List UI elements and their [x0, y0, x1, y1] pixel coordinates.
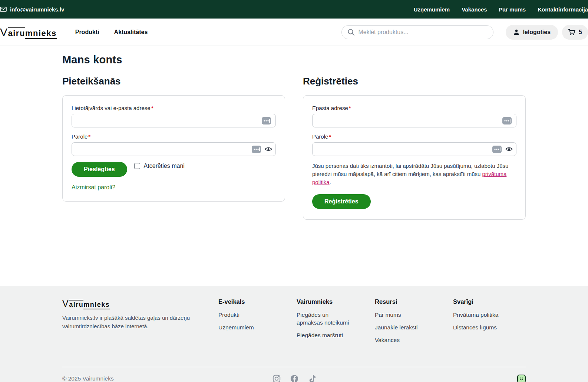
search-bar — [341, 25, 493, 39]
footer-link-privatuma-politika[interactable]: Privātuma politika — [453, 311, 515, 319]
logo-part-under: mnieks — [83, 301, 110, 309]
show-password-icon[interactable] — [265, 146, 272, 153]
remember-me-label: Atcerēties mani — [144, 163, 185, 169]
footer-col-title: Vairumnieks — [297, 298, 364, 305]
username-input[interactable] — [72, 114, 276, 127]
login-submit-button[interactable]: Pieslēgties — [72, 162, 127, 177]
login-heading: Pieteikšanās — [62, 76, 285, 87]
username-label: Lietotājvārds vai e-pasta adrese* — [72, 105, 276, 111]
login-card: Lietotājvārds vai e-pasta adrese* Parole… — [62, 95, 285, 202]
footer-link-produkti[interactable]: Produkti — [218, 311, 285, 319]
footer-col-title: Resursi — [375, 298, 442, 305]
user-icon — [513, 29, 520, 36]
autofill-icon[interactable] — [492, 146, 502, 153]
autofill-icon[interactable] — [252, 146, 261, 153]
site-header: Vairumnieks Produkti Aktualitātes Ielogo… — [0, 19, 588, 46]
register-card: Epasta adrese* Parole* — [303, 95, 526, 220]
required-asterisk: * — [329, 133, 331, 140]
remember-me-checkbox[interactable] — [134, 163, 140, 169]
site-footer: Vairumnieks Vairumnieks.lv ir plašākā sa… — [0, 286, 588, 382]
chat-widget-smiley-icon[interactable] — [517, 375, 526, 382]
footer-link-par-mums[interactable]: Par mums — [375, 311, 442, 319]
footer-description: Vairumnieks.lv ir plašākā saldētas gaļas… — [62, 314, 196, 330]
register-password-label: Parole* — [312, 133, 516, 140]
footer-brand: Vairumnieks Vairumnieks.lv ir plašākā sa… — [62, 298, 218, 349]
envelope-icon — [0, 7, 7, 12]
main-content: Mans konts Pieteikšanās Lietotājvārds va… — [0, 46, 588, 286]
autofill-icon[interactable] — [262, 117, 271, 124]
footer-logo[interactable]: Vairumnieks — [62, 298, 110, 309]
instagram-icon[interactable] — [272, 375, 281, 382]
footer-col-vairumnieks: Vairumnieks Piegādes un apmaksas noteiku… — [297, 298, 375, 349]
autofill-icon[interactable] — [502, 117, 512, 124]
show-password-icon[interactable] — [505, 146, 513, 153]
site-logo[interactable]: Vairumnieks — [0, 26, 57, 39]
logo-part-over: airu — [8, 27, 25, 38]
topbar-nav: Uzņēmumiem Vakances Par mums Kontaktinfo… — [414, 6, 588, 13]
footer-link-uznemumiem[interactable]: Uzņēmumiem — [218, 324, 285, 332]
nav-aktualitates[interactable]: Aktualitātes — [114, 29, 148, 36]
footer-link-distances-ligums[interactable]: Distances līgums — [453, 324, 515, 332]
topbar-link-vakances[interactable]: Vakances — [462, 6, 487, 13]
footer-col-resursi: Resursi Par mums Jaunākie ieraksti Vakan… — [375, 298, 453, 349]
register-section: Reģistrēties Epasta adrese* Parole* — [303, 76, 526, 220]
logo-letter-v: V — [0, 26, 8, 38]
contact-email[interactable]: info@vairumnieks.lv — [0, 6, 64, 13]
cart-button[interactable]: 5 — [562, 25, 588, 40]
tiktok-icon[interactable] — [308, 375, 316, 382]
topbar-link-uznemumiem[interactable]: Uzņēmumiem — [414, 6, 450, 13]
facebook-icon[interactable] — [290, 375, 298, 382]
logo-part-over: airu — [69, 300, 83, 308]
cart-icon — [568, 29, 576, 36]
required-asterisk: * — [88, 133, 90, 140]
required-asterisk: * — [349, 105, 351, 111]
search-input[interactable] — [341, 25, 493, 39]
footer-col-eveikals: E-veikals Produkti Uzņēmumiem — [218, 298, 297, 349]
password-input[interactable] — [72, 142, 276, 156]
footer-link-jaunakie-ieraksti[interactable]: Jaunākie ieraksti — [375, 324, 442, 332]
social-links — [272, 375, 316, 382]
footer-link-vakances[interactable]: Vakances — [375, 336, 442, 344]
logo-part-under: mnieks — [25, 29, 57, 39]
privacy-notice: Jūsu personas dati tiks izmantoti, lai a… — [312, 162, 516, 186]
topbar-link-par-mums[interactable]: Par mums — [499, 6, 526, 13]
register-email-input[interactable] — [312, 114, 516, 127]
footer-col-title: Svarīgi — [453, 298, 515, 305]
nav-produkti[interactable]: Produkti — [75, 29, 99, 36]
register-email-label: Epasta adrese* — [312, 105, 516, 111]
footer-link-piegades-noteikumi[interactable]: Piegādes un apmaksas noteikumi — [297, 311, 356, 327]
login-section: Pieteikšanās Lietotājvārds vai e-pasta a… — [62, 76, 285, 220]
copyright-text: © 2025 Vairumnieks — [62, 375, 272, 382]
page-title: Mans konts — [62, 54, 526, 66]
topbar: info@vairumnieks.lv Uzņēmumiem Vakances … — [0, 0, 588, 19]
contact-email-text: info@vairumnieks.lv — [10, 6, 64, 13]
logo-letter-v: V — [62, 298, 69, 309]
register-password-input[interactable] — [312, 142, 516, 156]
topbar-link-kontaktinformacija[interactable]: Kontaktinformācija — [538, 6, 588, 13]
search-icon — [347, 29, 355, 37]
footer-col-title: E-veikals — [218, 298, 285, 305]
footer-col-svarigi: Svarīgi Privātuma politika Distances līg… — [453, 298, 526, 349]
register-heading: Reģistrēties — [303, 76, 526, 87]
required-asterisk: * — [151, 105, 153, 111]
footer-divider — [62, 367, 526, 367]
main-nav: Produkti Aktualitātes — [75, 29, 148, 36]
register-submit-button[interactable]: Reģistrēties — [312, 194, 371, 209]
cart-count-badge: 5 — [579, 29, 582, 36]
footer-link-piegades-marsruti[interactable]: Piegādes maršruti — [297, 332, 364, 339]
password-label: Parole* — [72, 133, 276, 140]
forgot-password-link[interactable]: Aizmirsāt paroli? — [72, 184, 115, 191]
login-button-label: Ielogoties — [523, 29, 551, 36]
login-button[interactable]: Ielogoties — [506, 25, 558, 40]
